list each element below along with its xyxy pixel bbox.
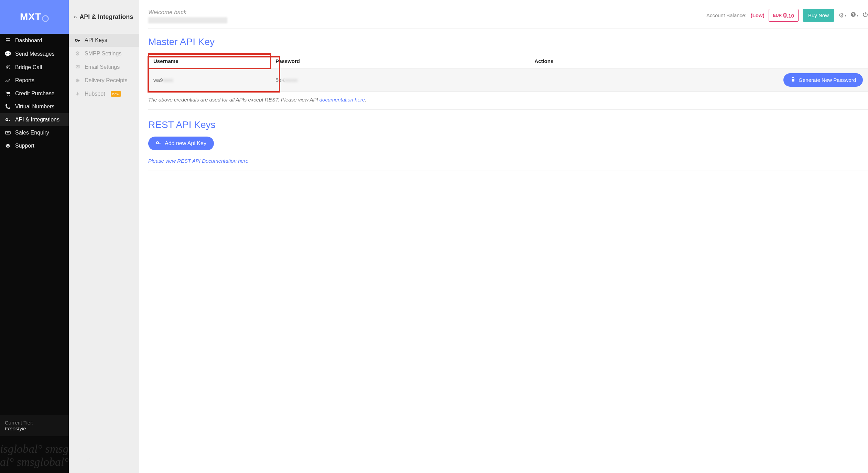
sub-header-title: API & Integrations <box>79 13 133 21</box>
nav-label: Credit Purchase <box>15 90 55 97</box>
documentation-link[interactable]: documentation here <box>319 97 365 103</box>
question-icon: ? <box>850 12 856 19</box>
svg-point-0 <box>7 95 8 96</box>
subnav-label: Hubspot <box>85 91 105 97</box>
svg-point-4 <box>7 132 9 133</box>
svg-line-16 <box>88 458 90 458</box>
svg-line-21 <box>87 460 88 461</box>
sub-header: ›› API & Integrations <box>69 0 139 34</box>
power-button[interactable] <box>862 12 868 19</box>
tier-value: Freestyle <box>5 426 64 431</box>
subnav-label: SMPP Settings <box>85 51 121 57</box>
svg-line-22 <box>89 459 89 461</box>
nav-label: Support <box>15 143 34 149</box>
key-icon <box>74 37 80 43</box>
plus-circle-icon: ⊕ <box>74 77 80 84</box>
section-divider <box>148 171 868 171</box>
key-icon <box>5 117 11 122</box>
nav-send-messages[interactable]: 💬 Send Messages <box>0 47 69 61</box>
balance-amount-small: .10 <box>787 13 794 19</box>
nav-dashboard[interactable]: ☰ Dashboard <box>0 34 69 47</box>
subnav-api-keys[interactable]: API Keys <box>69 34 139 47</box>
cell-username: wa9xxxx <box>149 68 271 92</box>
key-icon <box>156 140 161 147</box>
nav-label: Reports <box>15 77 34 84</box>
nav-bridge-call[interactable]: ✆ Bridge Call <box>0 61 69 74</box>
balance-currency: EUR <box>773 13 782 18</box>
chevrons-icon: ›› <box>74 14 77 20</box>
nav-label: Bridge Call <box>15 64 42 71</box>
subnav-email-settings[interactable]: ✉ Email Settings <box>69 60 139 74</box>
svg-line-20 <box>89 459 90 460</box>
buy-now-button[interactable]: Buy Now <box>803 9 834 22</box>
nav-api-integrations[interactable]: API & Integrations <box>0 113 69 126</box>
envelope-icon: ✉ <box>74 64 80 70</box>
settings-dropdown[interactable]: ⚙▾ <box>838 12 846 19</box>
rest-doc-link[interactable]: Please view REST API Documentation here <box>148 158 248 164</box>
secondary-sidebar: ›› API & Integrations API Keys ⚙ SMPP Se… <box>69 0 139 473</box>
phone-icon: ✆ <box>5 64 11 71</box>
subnav-delivery-receipts[interactable]: ⊕ Delivery Receipts <box>69 74 139 87</box>
svg-line-23 <box>87 461 89 461</box>
svg-line-19 <box>87 459 89 460</box>
svg-line-24 <box>89 461 90 462</box>
svg-point-2 <box>6 119 8 121</box>
add-api-key-button[interactable]: Add new Api Key <box>148 137 214 150</box>
gear-icon: ⚙ <box>74 50 80 57</box>
tier-footer: Current Tier: Freestyle <box>0 415 69 436</box>
nav-label: Send Messages <box>15 51 55 57</box>
svg-rect-28 <box>792 79 794 82</box>
svg-point-29 <box>156 142 159 144</box>
nav-sales-enquiry[interactable]: Sales Enquiry <box>0 126 69 139</box>
nav-reports[interactable]: Reports <box>0 74 69 87</box>
subnav-label: API Keys <box>85 37 107 43</box>
add-api-key-label: Add new Api Key <box>165 140 206 147</box>
svg-line-17 <box>87 458 87 460</box>
gear-icon: ⚙ <box>838 12 844 19</box>
subnav-label: Email Settings <box>85 64 120 70</box>
svg-line-18 <box>89 458 90 459</box>
menu-icon: ☰ <box>5 37 11 44</box>
svg-point-5 <box>75 39 77 41</box>
caret-down-icon: ▾ <box>845 13 846 17</box>
svg-text:?: ? <box>852 12 855 17</box>
nav-label: Sales Enquiry <box>15 130 49 136</box>
welcome-block: Welcome back <box>148 9 227 24</box>
username-redacted: xxxx <box>163 77 173 83</box>
nav-label: Virtual Numbers <box>15 104 54 110</box>
lock-icon <box>790 77 796 83</box>
help-dropdown[interactable]: ?▾ <box>850 12 858 19</box>
account-balance-label: Account Balance: <box>706 12 747 18</box>
subnav-smpp-settings[interactable]: ⚙ SMPP Settings <box>69 47 139 60</box>
logo-text: MXT <box>20 11 41 22</box>
tier-label: Current Tier: <box>5 420 64 426</box>
balance-low-badge: (Low) <box>751 12 764 18</box>
primary-sidebar: MXT ☰ Dashboard 💬 Send Messages ✆ Bridge… <box>0 0 69 473</box>
speech-icon: 💬 <box>5 51 11 57</box>
nav-label: API & Integrations <box>15 117 59 123</box>
caret-down-icon: ▾ <box>857 13 858 17</box>
svg-line-15 <box>87 458 88 458</box>
welcome-user-redacted <box>148 17 227 23</box>
generate-password-button[interactable]: Generate New Password <box>783 73 863 87</box>
chart-icon <box>5 78 11 83</box>
col-username: Username <box>149 54 271 68</box>
nav-support[interactable]: Support <box>0 139 69 152</box>
subnav-hubspot[interactable]: ✶ Hubspot new <box>69 87 139 100</box>
graduation-icon <box>5 143 11 149</box>
nav-virtual-numbers[interactable]: Virtual Numbers <box>0 100 69 113</box>
col-actions: Actions <box>530 54 868 68</box>
balance-box: EUR 0.10 <box>769 9 799 22</box>
logo-mark-icon <box>42 15 49 22</box>
master-api-table: Username Password Actions wa9xxxx 5oKxxx… <box>148 54 868 92</box>
subnav-label: Delivery Receipts <box>85 77 127 84</box>
nav-credit-purchase[interactable]: Credit Purchase <box>0 87 69 100</box>
hubspot-icon: ✶ <box>74 90 80 97</box>
cell-password: 5oKxxxxx <box>271 68 530 92</box>
logo[interactable]: MXT <box>0 0 69 34</box>
welcome-text: Welcome back <box>148 9 227 16</box>
table-row: wa9xxxx 5oKxxxxx Generate New Password <box>149 68 868 92</box>
password-redacted: xxxxx <box>285 77 298 83</box>
master-api-title: Master API Key <box>148 36 868 47</box>
power-icon <box>862 12 868 19</box>
